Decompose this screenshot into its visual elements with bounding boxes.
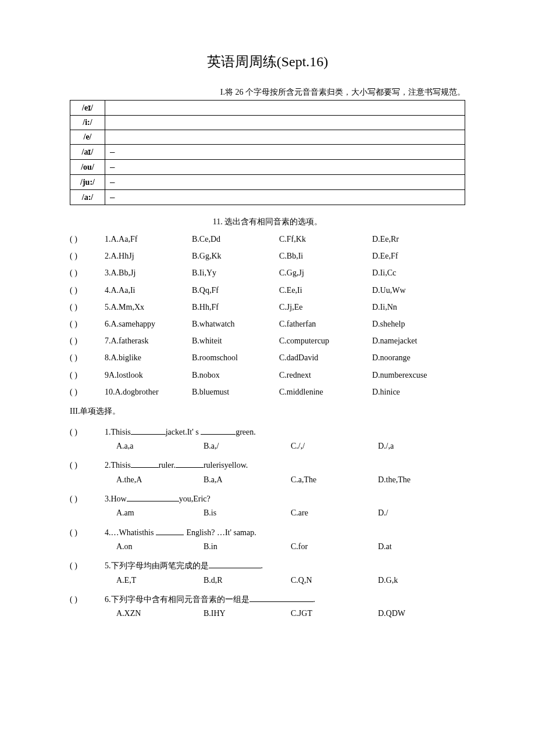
option-a: A.am <box>116 506 204 520</box>
mc-question-row: ( )10.A.dogbrotherB.bluemustC.middlenine… <box>70 385 465 399</box>
section3-title: III.单项选择。 <box>70 406 465 417</box>
answer-paren[interactable]: ( ) <box>70 426 105 439</box>
option-d: D.Ii,Cc <box>372 266 465 280</box>
phonetic-entry[interactable] <box>105 116 465 130</box>
phonetic-label: /eɪ/ <box>70 101 105 116</box>
phonetics-table: /eɪ/ /i:/ /e/ /aɪ/— /ou/— /ju:/— /a:/— <box>70 100 465 205</box>
phonetic-entry[interactable]: — <box>105 160 465 175</box>
phonetic-entry[interactable]: — <box>105 190 465 205</box>
mc-question-row: ( )8.A.biglikeB.roomschoolC.dadDavidD.no… <box>70 350 465 365</box>
option-a: 4.A.Aa,Ii <box>105 283 192 298</box>
mc-question-block: ( )3.Howyou,Eric?A.amB.isC.areD./ <box>70 493 465 521</box>
phonetic-label: /ju:/ <box>70 175 105 190</box>
answer-paren[interactable]: ( ) <box>70 232 105 246</box>
option-a: 6.A.samehappy <box>105 317 192 331</box>
option-b: B.a,/ <box>204 439 291 453</box>
table-row: /ou/— <box>70 160 465 175</box>
option-c: C.are <box>291 506 378 520</box>
option-d: D.Ii,Nn <box>372 300 465 314</box>
option-a: A.a,a <box>116 439 204 453</box>
option-a: 7.A.fatherask <box>105 334 192 348</box>
answer-paren[interactable]: ( ) <box>70 368 105 382</box>
option-b: B.Ce,Dd <box>192 232 279 246</box>
answer-paren[interactable]: ( ) <box>70 526 105 539</box>
table-row: /e/ <box>70 130 465 145</box>
option-a: 8.A.biglike <box>105 350 192 365</box>
stem-text: 1.Thisisjacket.It' s green. <box>105 426 256 439</box>
option-c: C./,/ <box>291 439 378 453</box>
option-d: D.noorange <box>372 350 465 365</box>
option-d: D.numberexcuse <box>372 368 465 382</box>
option-b: B.a,A <box>204 472 291 487</box>
option-row: A.onB.inC.forD.at <box>116 539 465 554</box>
answer-paren[interactable]: ( ) <box>70 334 105 348</box>
mc-question-row: ( )1.A.Aa,FfB.Ce,DdC.Ff,KkD.Ee,Rr <box>70 232 465 246</box>
mc-question-row: ( )9A.lostlookB.noboxC.rednextD.numberex… <box>70 368 465 382</box>
mc-question-row: ( )3.A.Bb,JjB.Ii,YyC.Gg,JjD.Ii,Cc <box>70 266 465 280</box>
question-stem: ( )1.Thisisjacket.It' s green. <box>70 426 465 439</box>
option-b: B.nobox <box>192 368 279 382</box>
option-b: B.whiteit <box>192 334 279 348</box>
answer-paren[interactable]: ( ) <box>70 560 105 572</box>
option-c: C.a,The <box>291 472 378 487</box>
phonetic-label: /e/ <box>70 130 105 145</box>
option-c: C.fatherfan <box>279 317 372 331</box>
option-row: A.the,AB.a,AC.a,TheD.the,The <box>116 472 465 487</box>
option-b: B.Qq,Ff <box>192 283 279 298</box>
option-d: D.shehelp <box>372 317 465 331</box>
mc-question-row: ( )5.A.Mm,XxB.Hh,FfC.Jj,EeD.Ii,Nn <box>70 300 465 314</box>
option-b: B.d,R <box>204 573 291 587</box>
mc-question-block: ( )6.下列字母中含有相同元音音素的一组是.A.XZNB.IHYC.JGTD.… <box>70 593 465 621</box>
answer-paren[interactable]: ( ) <box>70 385 105 399</box>
question-stem: ( )6.下列字母中含有相同元音音素的一组是. <box>70 593 465 606</box>
option-a: 1.A.Aa,Ff <box>105 232 192 246</box>
option-row: A.E,TB.d,RC.Q,ND.G,k <box>116 573 465 587</box>
answer-paren[interactable]: ( ) <box>70 459 105 472</box>
option-a: A.on <box>116 539 204 554</box>
option-a: 10.A.dogbrother <box>105 385 192 399</box>
mc-question-block: ( )2.Thisisruler.rulerisyellow.A.the,AB.… <box>70 459 465 487</box>
option-a: 5.A.Mm,Xx <box>105 300 192 314</box>
question-stem: ( )2.Thisisruler.rulerisyellow. <box>70 459 465 472</box>
phonetic-entry[interactable]: — <box>105 175 465 190</box>
option-a: A.the,A <box>116 472 204 487</box>
option-a: A.XZN <box>116 606 204 621</box>
option-a: 3.A.Bb,Jj <box>105 266 192 280</box>
answer-paren[interactable]: ( ) <box>70 350 105 365</box>
option-d: D.hinice <box>372 385 465 399</box>
phonetic-entry[interactable]: — <box>105 145 465 160</box>
mc-question-block: ( )5.下列字母均由两笔完成的是.A.E,TB.d,RC.Q,ND.G,k <box>70 560 465 587</box>
question-stem: ( )3.Howyou,Eric? <box>70 493 465 506</box>
option-d: D.Uu,Ww <box>372 283 465 298</box>
option-c: C.computercup <box>279 334 372 348</box>
answer-paren[interactable]: ( ) <box>70 249 105 263</box>
question-stem: ( )5.下列字母均由两笔完成的是. <box>70 560 465 572</box>
option-c: C.Bb,Ii <box>279 249 372 263</box>
answer-paren[interactable]: ( ) <box>70 593 105 606</box>
phonetic-label: /i:/ <box>70 116 105 130</box>
option-c: C.Q,N <box>291 573 378 587</box>
phonetic-entry[interactable] <box>105 101 465 116</box>
section2-title: 11. 选出含有相同音素的选项。 <box>70 217 465 227</box>
option-d: D.G,k <box>378 573 465 587</box>
option-c: C.Jj,Ee <box>279 300 372 314</box>
stem-text: 3.Howyou,Eric? <box>105 493 211 506</box>
answer-paren[interactable]: ( ) <box>70 266 105 280</box>
mc-question-block: ( )4.…WhatisthisEnglish? …It' samap.A.on… <box>70 526 465 554</box>
option-b: B.Gg,Kk <box>192 249 279 263</box>
answer-paren[interactable]: ( ) <box>70 300 105 314</box>
option-row: A.amB.isC.areD./ <box>116 506 465 520</box>
table-row: /eɪ/ <box>70 101 465 116</box>
mc-question-block: ( )1.Thisisjacket.It' s green.A.a,aB.a,/… <box>70 426 465 454</box>
option-d: D.namejacket <box>372 334 465 348</box>
option-d: D./ <box>378 506 465 520</box>
answer-paren[interactable]: ( ) <box>70 317 105 331</box>
option-d: D.Ee,Rr <box>372 232 465 246</box>
stem-text: 2.Thisisruler.rulerisyellow. <box>105 459 248 472</box>
option-c: C.Ff,Kk <box>279 232 372 246</box>
option-b: B.is <box>204 506 291 520</box>
answer-paren[interactable]: ( ) <box>70 283 105 298</box>
option-b: B.Hh,Ff <box>192 300 279 314</box>
answer-paren[interactable]: ( ) <box>70 493 105 506</box>
phonetic-entry[interactable] <box>105 130 465 145</box>
